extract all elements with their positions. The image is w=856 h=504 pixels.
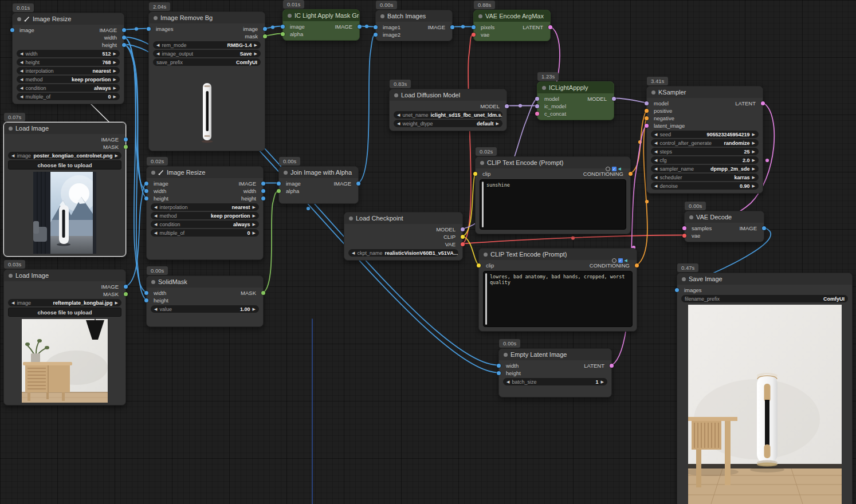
input-port-images[interactable]	[675, 288, 679, 292]
widget-scheduler[interactable]: ◀schedulerkarras▶	[651, 174, 759, 181]
decrement-arrow-icon[interactable]: ◀	[397, 120, 400, 127]
increment-arrow-icon[interactable]: ▶	[253, 203, 256, 211]
decrement-arrow-icon[interactable]: ◀	[154, 220, 157, 228]
output-port-height[interactable]	[122, 43, 126, 47]
widget-weight_dtype[interactable]: ◀weight_dtypedefault▶	[394, 120, 502, 127]
decrement-arrow-icon[interactable]: ◀	[20, 67, 23, 74]
node-title-bar[interactable]: Image Resize	[147, 167, 263, 178]
widget-control_after_generate[interactable]: ◀control_after_generaterandomize▶	[651, 139, 759, 147]
comfyui-canvas[interactable]: { "app": {"theme_background": "#1f1f1f",…	[0, 0, 856, 504]
node-title-bar[interactable]: Load Image	[4, 270, 125, 281]
node-iclightapply[interactable]: 1.23sICLightAppplymodelMODELic_modelc_co…	[537, 81, 614, 120]
input-port-alpha[interactable]	[281, 32, 285, 36]
node-title-bar[interactable]: VAE Encode ArgMax	[474, 10, 550, 22]
input-port-samples[interactable]	[682, 226, 686, 230]
widget-batch_size[interactable]: ◀batch_size1▶	[503, 378, 607, 385]
input-port-image2[interactable]	[374, 33, 378, 37]
node-title-bar[interactable]: Save Image	[677, 273, 852, 285]
input-port-image[interactable]	[281, 25, 285, 29]
output-port-mask[interactable]	[263, 34, 267, 38]
output-port-LATENT[interactable]	[610, 364, 614, 368]
increment-arrow-icon[interactable]: ▶	[496, 120, 499, 127]
widget-unet_name[interactable]: ◀unet_nameiclight_sd15_fbc_unet_ldm.s...…	[394, 111, 502, 119]
node-title-bar[interactable]: VAE Decode	[685, 211, 764, 223]
node-vae-encode-argmax[interactable]: 0.88sVAE Encode ArgMaxpixelsLATENTvae	[473, 10, 551, 41]
increment-arrow-icon[interactable]: ▶	[113, 93, 116, 100]
increment-arrow-icon[interactable]: ▶	[752, 182, 755, 190]
widget-height[interactable]: ◀height768▶	[17, 58, 120, 66]
output-port-CONDITIONING[interactable]	[635, 263, 639, 267]
widget-value[interactable]: ◀value1.00▶	[151, 305, 259, 313]
output-port-IMAGE[interactable]	[450, 25, 454, 29]
increment-arrow-icon[interactable]: ▶	[113, 58, 116, 66]
widget-denoise[interactable]: ◀denoise0.90▶	[651, 182, 759, 190]
radio-icon[interactable]	[606, 167, 610, 171]
input-port-alpha[interactable]	[277, 189, 281, 193]
decrement-arrow-icon[interactable]: ◀	[20, 84, 23, 92]
input-port-positive[interactable]	[645, 109, 649, 113]
increment-arrow-icon[interactable]: ▶	[601, 378, 604, 385]
widget-rem_mode[interactable]: ◀rem_modeRMBG-1.4▶	[153, 41, 261, 49]
checkbox-icon[interactable]: ✓	[612, 167, 617, 171]
node-solidmask[interactable]: 0.00sSolidMaskwidthMASKheight◀value1.00▶	[146, 275, 264, 327]
node-batch-images[interactable]: 0.00sBatch Imagesimage1IMAGEimage2	[375, 10, 453, 41]
increment-arrow-icon[interactable]: ▶	[115, 299, 118, 306]
speaker-icon[interactable]: ◀	[618, 167, 621, 171]
increment-arrow-icon[interactable]: ▶	[253, 305, 256, 313]
output-port-LATENT[interactable]	[548, 25, 552, 29]
increment-arrow-icon[interactable]: ▶	[115, 152, 118, 159]
node-title-bar[interactable]: Load Diffusion Model	[390, 89, 506, 101]
output-port-width[interactable]	[261, 189, 265, 193]
output-port-MODEL[interactable]	[505, 104, 509, 108]
node-load-diffusion-model[interactable]: 0.83sLoad Diffusion ModelMODEL◀unet_name…	[389, 89, 507, 131]
widget-method[interactable]: ◀methodkeep proportion▶	[17, 76, 120, 83]
widget-image_output[interactable]: ◀image_outputSave▶	[153, 50, 261, 57]
node-title-bar[interactable]: Empty Latent Image	[499, 349, 611, 360]
output-port-IMAGE[interactable]	[124, 285, 128, 289]
node-title-bar[interactable]: ICLightAppply	[537, 82, 614, 93]
input-port-model[interactable]	[645, 101, 649, 105]
input-port-c_concat[interactable]	[535, 112, 539, 116]
input-port-height[interactable]	[144, 298, 148, 302]
output-port-image[interactable]	[263, 27, 267, 31]
node-join-image-with-alpha[interactable]: 0.00sJoin Image with AlphaimageIMAGEalph…	[278, 166, 359, 204]
widget-width[interactable]: ◀width512▶	[17, 50, 120, 57]
decrement-arrow-icon[interactable]: ◀	[11, 152, 14, 159]
decrement-arrow-icon[interactable]: ◀	[654, 131, 657, 138]
increment-arrow-icon[interactable]: ▶	[752, 156, 755, 164]
input-port-width[interactable]	[497, 364, 501, 368]
decrement-arrow-icon[interactable]: ◀	[654, 182, 657, 190]
node-load-image-2[interactable]: 0.03sLoad ImageIMAGEMASK◀imagereftemplat…	[3, 269, 126, 405]
node-vae-decode[interactable]: 0.00sVAE DecodesamplesIMAGEvae	[684, 211, 764, 242]
increment-arrow-icon[interactable]: ▶	[752, 139, 755, 147]
increment-arrow-icon[interactable]: ▶	[113, 84, 116, 92]
node-title-bar[interactable]: IC Light Apply Mask Grey	[283, 10, 359, 21]
input-port-image1[interactable]	[374, 25, 378, 29]
output-port-MODEL[interactable]	[461, 227, 465, 231]
input-port-images[interactable]	[147, 27, 151, 31]
decrement-arrow-icon[interactable]: ◀	[397, 111, 400, 119]
decrement-arrow-icon[interactable]: ◀	[20, 93, 23, 100]
checkbox-icon[interactable]: ✓	[618, 258, 623, 263]
decrement-arrow-icon[interactable]: ◀	[654, 148, 657, 155]
speaker-icon[interactable]: ◀	[625, 258, 627, 263]
increment-arrow-icon[interactable]: ▶	[113, 76, 116, 83]
output-port-IMAGE[interactable]	[261, 182, 265, 186]
widget-method[interactable]: ◀methodkeep proportion▶	[151, 212, 259, 219]
decrement-arrow-icon[interactable]: ◀	[154, 203, 157, 211]
widget-cfg[interactable]: ◀cfg2.0▶	[651, 156, 759, 164]
node-image-remove-bg[interactable]: 2.04sImage Remove Bgimagesimagemask◀rem_…	[148, 11, 265, 151]
widget-interpolation[interactable]: ◀interpolationnearest▶	[17, 67, 120, 74]
decrement-arrow-icon[interactable]: ◀	[11, 299, 14, 306]
widget-steps[interactable]: ◀steps25▶	[651, 148, 759, 155]
input-port-model[interactable]	[535, 97, 539, 101]
input-port-vae[interactable]	[682, 234, 686, 238]
output-port-IMAGE[interactable]	[124, 137, 128, 141]
decrement-arrow-icon[interactable]: ◀	[154, 305, 157, 313]
node-clip-text-encode-negative[interactable]: CLIP Text Encode (Prompt)clip✓◀CONDITION…	[478, 248, 637, 332]
output-port-MASK[interactable]	[124, 145, 128, 149]
increment-arrow-icon[interactable]: ▶	[254, 41, 257, 49]
node-title-bar[interactable]: SolidMask	[147, 276, 263, 288]
widget-multiple_of[interactable]: ◀multiple_of0▶	[151, 229, 259, 237]
increment-arrow-icon[interactable]: ▶	[752, 131, 755, 138]
